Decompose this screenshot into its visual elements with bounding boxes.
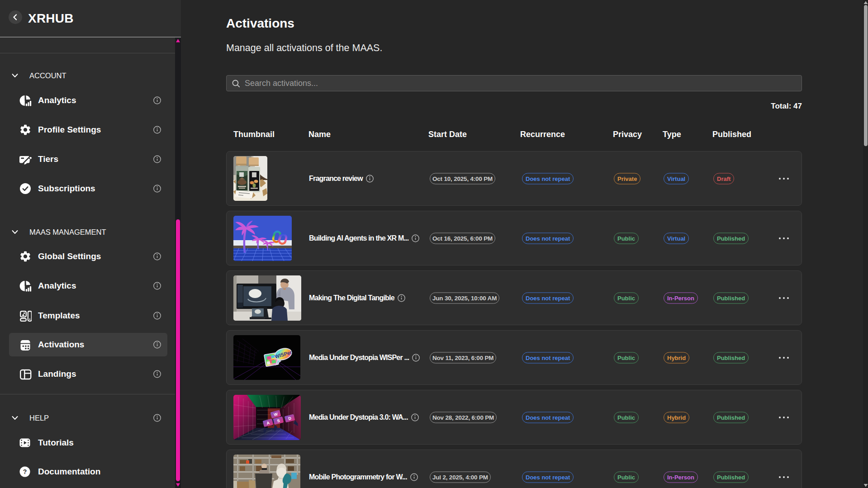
svg-text:?: ? <box>23 468 27 475</box>
